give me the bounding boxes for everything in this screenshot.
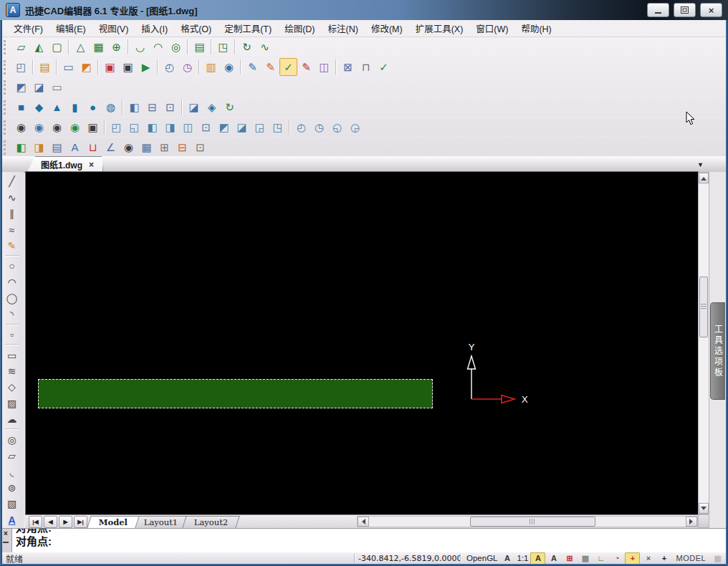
command-close-icon[interactable]: × xyxy=(4,530,8,537)
tag-verify-icon[interactable]: ✓ xyxy=(279,58,297,76)
draw-spline-icon[interactable]: ≈ xyxy=(3,221,21,237)
dish-surface-icon[interactable]: ◡ xyxy=(131,38,149,56)
hide-objects-eye-icon[interactable]: ◉ xyxy=(12,118,30,136)
solid-cone-icon[interactable]: ▲ xyxy=(48,98,66,116)
render-region-icon[interactable]: ◩ xyxy=(12,78,30,96)
edge-surface-icon[interactable]: ◳ xyxy=(214,38,232,56)
document-tab[interactable]: 图纸1.dwg × xyxy=(27,156,103,172)
scroll-right-icon[interactable] xyxy=(686,517,697,527)
dome-surface-icon[interactable]: ◠ xyxy=(149,38,167,56)
draw-wipeout-icon[interactable]: ▱ xyxy=(3,448,21,464)
unisolate-objects-eye-icon[interactable]: ◉ xyxy=(48,118,66,136)
print-preview-icon[interactable]: ◰ xyxy=(12,58,30,76)
draw-ellipse-icon[interactable]: ◯ xyxy=(3,290,21,306)
rotate-view-left-icon[interactable]: ◴ xyxy=(292,118,310,136)
draw-hatch-icon[interactable]: ▧ xyxy=(3,496,21,512)
text-style-icon[interactable]: A xyxy=(66,138,84,156)
menu-modify[interactable]: 修改(M) xyxy=(365,19,409,37)
group-selection-icon[interactable]: ▭ xyxy=(59,58,77,76)
draw-donut-icon[interactable]: ◎ xyxy=(3,431,21,447)
rotate-view-down-icon[interactable]: ◶ xyxy=(346,118,364,136)
block-time-icon[interactable]: ◴ xyxy=(161,58,178,76)
3d-mesh-surface-icon[interactable]: ▤ xyxy=(191,38,209,56)
toolbar-grip-icon[interactable] xyxy=(4,100,8,115)
tag-delete-icon[interactable]: ✎ xyxy=(297,58,315,76)
layer-states-icon[interactable]: ▤ xyxy=(48,138,66,156)
menu-express-tools[interactable]: 扩展工具(X) xyxy=(409,19,470,37)
block-transfer-icon[interactable]: ◷ xyxy=(178,58,196,76)
draw-fillet-icon[interactable]: ◟ xyxy=(3,464,21,479)
tab-overflow-icon[interactable]: ▼ xyxy=(697,161,704,168)
draw-polyline-icon[interactable]: ∿ xyxy=(3,189,21,205)
draw-region-icon[interactable]: ⊚ xyxy=(3,480,21,496)
render-viewport-icon[interactable]: ▭ xyxy=(48,78,66,96)
rotate-view-up-icon[interactable]: ◵ xyxy=(328,118,346,136)
group-objects-icon[interactable]: ◩ xyxy=(77,58,95,76)
draw-multiline-icon[interactable]: ∥ xyxy=(3,206,21,221)
options-palette-icon[interactable]: ▤ xyxy=(36,58,54,76)
snap-icon[interactable]: ⊞ xyxy=(562,552,577,565)
draw-sketch-icon[interactable]: ✎ xyxy=(3,238,21,254)
toolbar-grip-icon[interactable] xyxy=(4,80,8,95)
2d-solid-surface-icon[interactable]: ▱ xyxy=(12,38,30,56)
toolbar-grip-icon[interactable] xyxy=(4,40,8,54)
pyramid-surface-icon[interactable]: ◭ xyxy=(30,38,48,56)
annotation-autoscale-icon[interactable]: A xyxy=(546,552,561,565)
solid-pyramid-icon[interactable]: ◆ xyxy=(30,98,48,116)
model-space-button[interactable]: MODEL xyxy=(671,554,710,562)
paste-block-icon[interactable]: ⊡ xyxy=(191,138,209,156)
camera-view-icon[interactable]: ▣ xyxy=(84,118,102,136)
toolbar-grip-icon[interactable] xyxy=(4,60,8,75)
block-replace-icon[interactable]: ⊟ xyxy=(173,138,191,156)
draw-elliptical-arc-icon[interactable]: ◝ xyxy=(3,306,21,322)
menu-format[interactable]: 格式(O) xyxy=(174,19,218,37)
block-attribute-black-icon[interactable]: ▣ xyxy=(119,58,137,76)
draw-boundary-icon[interactable]: ▨ xyxy=(3,395,21,411)
revolved-surface-icon[interactable]: ↻ xyxy=(238,38,256,56)
annotation-scale-icon[interactable]: A xyxy=(499,552,514,565)
torus-mesh-surface-icon[interactable]: ◎ xyxy=(167,38,185,56)
block-definition-icon[interactable]: ⊞ xyxy=(155,138,173,156)
file-verify-icon[interactable]: ✓ xyxy=(375,58,393,76)
draw-line-icon[interactable]: ╱ xyxy=(3,173,21,189)
solid-sphere-icon[interactable]: ● xyxy=(84,98,102,116)
insert-image-icon[interactable]: ▥ xyxy=(202,58,220,76)
view-bottom-icon[interactable]: ◱ xyxy=(125,118,143,136)
polar-icon[interactable]: ◔ xyxy=(609,552,624,565)
minimize-button-icon[interactable] xyxy=(647,3,669,17)
tag-save-icon[interactable]: ◫ xyxy=(315,58,333,76)
view-top-icon[interactable]: ◰ xyxy=(107,118,125,136)
solid-torus-icon[interactable]: ◍ xyxy=(102,98,120,116)
draw-polygon-icon[interactable]: ◇ xyxy=(3,379,21,395)
frame-gate-icon[interactable]: ⊓ xyxy=(357,58,375,76)
tray-icon-1[interactable]: ▦ xyxy=(710,552,725,565)
menu-file[interactable]: 文件(F) xyxy=(7,19,49,37)
visibility-point-icon[interactable]: ◉ xyxy=(120,138,138,156)
command-resize-icon[interactable] xyxy=(3,542,9,543)
toolbar-grip-icon[interactable] xyxy=(4,120,8,135)
command-text-area[interactable]: 对角点: 对角点: xyxy=(11,529,728,552)
solid-revolve-icon[interactable]: ↻ xyxy=(221,98,239,116)
selected-rectangle[interactable] xyxy=(38,379,433,408)
ortho-icon[interactable]: ∟ xyxy=(593,552,608,565)
boolean-union-icon[interactable]: ◧ xyxy=(125,98,143,116)
block-run-icon[interactable]: ▶ xyxy=(137,58,155,76)
layout-nav-prev[interactable]: ◀ xyxy=(44,516,57,528)
draw-text-icon[interactable]: A xyxy=(3,512,21,528)
close-button-icon[interactable]: × xyxy=(700,3,722,17)
layer-match-icon[interactable]: ◧ xyxy=(12,138,30,156)
boolean-subtract-icon[interactable]: ⊟ xyxy=(143,98,161,116)
horizontal-scroll-thumb[interactable] xyxy=(470,517,595,527)
draw-arc-icon[interactable]: ◠ xyxy=(3,274,21,290)
layer-previous-icon[interactable]: ◨ xyxy=(30,138,48,156)
boolean-intersect-icon[interactable]: ⊡ xyxy=(161,98,179,116)
solid-slice-icon[interactable]: ◪ xyxy=(185,98,203,116)
scroll-down-icon[interactable] xyxy=(699,503,709,514)
menu-custom-tools[interactable]: 定制工具(T) xyxy=(218,19,278,37)
view-sw-isometric-icon[interactable]: ◩ xyxy=(215,118,233,136)
rotate-view-right-icon[interactable]: ◷ xyxy=(310,118,328,136)
tag-edit-icon[interactable]: ✎ xyxy=(262,58,279,76)
layout-nav-last[interactable]: ▶| xyxy=(74,516,87,528)
layout-tab-model[interactable]: Model xyxy=(87,516,140,528)
view-front-icon[interactable]: ◫ xyxy=(179,118,197,136)
